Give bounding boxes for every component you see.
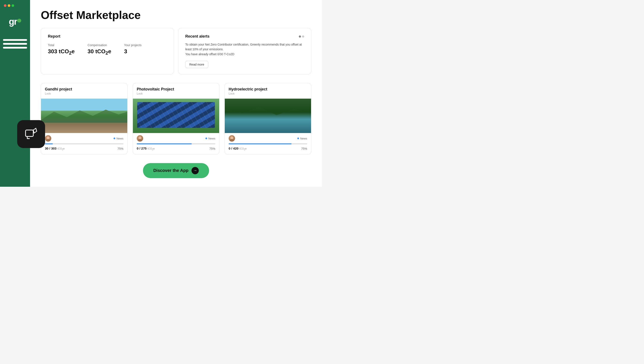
progress-bg-gandhi: [45, 143, 124, 144]
avatar-solar: [137, 135, 143, 142]
news-label-solar: News: [208, 137, 215, 140]
alerts-title: Recent alerts: [185, 34, 210, 39]
project-image-hydro: [225, 99, 311, 133]
progress-stats-gandhi: 30 / 303 tCO2e 75%: [45, 147, 124, 151]
progress-bg-hydro: [228, 143, 307, 144]
discover-row: Discover the App →: [41, 163, 311, 178]
progress-bg-solar: [137, 143, 215, 144]
discover-app-button[interactable]: Discover the App →: [143, 163, 209, 178]
news-badge-gandhi: News: [114, 137, 124, 140]
stat-projects-value: 3: [124, 48, 142, 55]
discover-label: Discover the App: [153, 168, 188, 173]
projects-row: Gandhi project Lock News 30 / 303: [41, 83, 311, 154]
project-card-solar: Photovoltaic Project Lock News 0 /: [133, 83, 220, 154]
news-label-gandhi: News: [116, 137, 124, 140]
report-title: Report: [48, 34, 167, 39]
nav-item-1[interactable]: [3, 39, 27, 41]
project-name-gandhi: Gandhi project: [45, 87, 124, 92]
arrow-right-icon: →: [192, 167, 199, 174]
alert-dot-1[interactable]: [299, 36, 301, 38]
project-image-gandhi: [41, 99, 127, 133]
stat-compensation: Compensation 30 tCO2e: [88, 44, 111, 56]
nav-item-2[interactable]: [3, 43, 27, 45]
project-image-solar: [133, 99, 219, 133]
progress-pct-hydro: 75%: [301, 147, 307, 150]
progress-amount-gandhi: 30 / 303 tCO2e: [45, 147, 64, 151]
progress-amount-solar: 0 / 275 tCO2e: [137, 147, 155, 151]
project-footer-hydro: News 0 / 420 tCO2e 75%: [225, 133, 311, 151]
floating-action-card[interactable]: [17, 120, 45, 148]
avatar-gandhi: [45, 135, 51, 142]
project-header-hydro: Hydroelectric project Lock: [225, 83, 311, 99]
maximize-button[interactable]: [12, 4, 14, 7]
project-header-gandhi: Gandhi project Lock: [41, 83, 127, 99]
project-card-gandhi: Gandhi project Lock News 30 / 303: [41, 83, 128, 154]
stat-compensation-label: Compensation: [88, 44, 111, 47]
report-card: Report Total 303 tCO2e Compensation 30 t…: [41, 28, 174, 74]
news-dot-hydro: [297, 138, 299, 139]
footer-top-hydro: News: [228, 135, 307, 142]
news-dot-solar: [206, 138, 207, 139]
page-title: Offset Marketplace: [41, 9, 311, 22]
top-row: Report Total 303 tCO2e Compensation 30 t…: [41, 28, 311, 74]
alerts-text: To obtain your Net Zero Contributor cert…: [185, 42, 304, 57]
progress-amount-hydro: 0 / 420 tCO2e: [228, 147, 247, 151]
stat-total-value: 303 tCO2e: [48, 48, 75, 56]
close-button[interactable]: [4, 4, 6, 7]
project-lock-hydro: Lock: [228, 92, 307, 95]
sidebar: gr: [0, 0, 30, 187]
news-badge-solar: News: [206, 137, 215, 140]
alerts-card: Recent alerts To obtain your Net Zero Co…: [178, 28, 311, 74]
news-dot-gandhi: [114, 138, 115, 139]
alerts-header: Recent alerts: [185, 34, 304, 39]
project-footer-gandhi: News 30 / 303 tCO2e 75%: [41, 133, 127, 151]
footer-top-solar: News: [137, 135, 215, 142]
read-more-button[interactable]: Read more: [185, 61, 208, 68]
main-content: Offset Marketplace Report Total 303 tCO2…: [30, 0, 322, 187]
logo-leaf-icon: [16, 18, 22, 23]
logo: gr: [9, 17, 21, 26]
progress-fill-gandhi: [45, 143, 53, 144]
project-card-hydro: Hydroelectric project Lock News 0: [224, 83, 311, 154]
project-footer-solar: News 0 / 275 tCO2e 75%: [133, 133, 219, 151]
progress-stats-hydro: 0 / 420 tCO2e 75%: [228, 147, 307, 151]
project-name-solar: Photovoltaic Project: [137, 87, 215, 92]
minimize-button[interactable]: [8, 4, 10, 7]
stat-projects: Your projects 3: [124, 44, 142, 56]
project-lock-solar: Lock: [137, 92, 215, 95]
alert-dot-2[interactable]: [302, 36, 304, 38]
alerts-pagination: [299, 36, 304, 38]
stat-compensation-value: 30 tCO2e: [88, 48, 111, 56]
progress-stats-solar: 0 / 275 tCO2e 75%: [137, 147, 215, 151]
stat-projects-label: Your projects: [124, 44, 142, 47]
project-header-solar: Photovoltaic Project Lock: [133, 83, 219, 99]
progress-fill-solar: [137, 143, 192, 144]
news-label-hydro: News: [300, 137, 307, 140]
nav-item-3[interactable]: [3, 47, 27, 49]
avatar-hydro: [228, 135, 235, 142]
project-lock-gandhi: Lock: [45, 92, 124, 95]
svg-rect-0: [26, 130, 33, 136]
report-stats: Total 303 tCO2e Compensation 30 tCO2e Yo…: [48, 44, 167, 56]
project-name-hydro: Hydroelectric project: [228, 87, 307, 92]
stat-total-label: Total: [48, 44, 75, 47]
nav-menu: [3, 39, 27, 49]
progress-pct-solar: 75%: [209, 147, 215, 150]
window-controls: [4, 4, 14, 7]
footer-top-gandhi: News: [45, 135, 124, 142]
progress-fill-hydro: [228, 143, 292, 144]
share-edit-icon: [24, 127, 38, 141]
progress-pct-gandhi: 75%: [118, 147, 124, 150]
stat-total: Total 303 tCO2e: [48, 44, 75, 56]
news-badge-hydro: News: [297, 137, 307, 140]
